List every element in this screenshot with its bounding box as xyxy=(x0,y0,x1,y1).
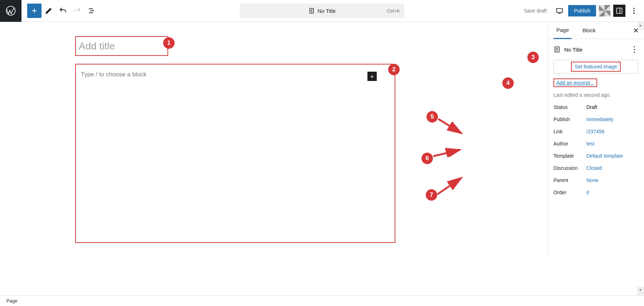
meta-value-publish[interactable]: Immediately xyxy=(586,116,613,122)
settings-sidebar: Page Block ✕ No Title ⋮ Set featured ima… xyxy=(547,22,644,258)
svg-point-5 xyxy=(633,10,635,11)
page-icon xyxy=(553,46,561,53)
wordpress-logo-icon[interactable] xyxy=(0,0,21,22)
meta-label: Discussion xyxy=(553,165,586,171)
meta-value-order[interactable]: 0 xyxy=(586,190,589,195)
add-block-button[interactable]: ＋ xyxy=(367,72,377,81)
meta-label: Publish xyxy=(553,116,586,122)
annotation-badge-7: 7 xyxy=(426,189,437,201)
annotation-badge-1: 1 xyxy=(163,37,175,49)
meta-row-status: StatusDraft xyxy=(553,104,638,110)
meta-label: Order xyxy=(553,190,586,195)
options-menu-button[interactable] xyxy=(627,4,641,18)
tab-page[interactable]: Page xyxy=(553,22,572,39)
last-edited-label: Last edited a second ago. xyxy=(553,92,638,98)
tab-block[interactable]: Block xyxy=(580,22,599,38)
scrollbar-up[interactable] xyxy=(638,22,644,30)
annotation-arrow-6 xyxy=(431,146,464,157)
featured-image-panel: Set featured image xyxy=(553,60,638,73)
editor-main: Add title Type / to choose a block ＋ Pag… xyxy=(0,22,644,258)
user-avatar[interactable] xyxy=(599,5,610,16)
svg-point-4 xyxy=(633,8,635,9)
annotation-badge-4: 4 xyxy=(502,77,514,89)
page-icon xyxy=(308,8,315,14)
meta-label: Template xyxy=(553,153,586,159)
annotation-badge-5: 5 xyxy=(426,111,438,123)
breadcrumb[interactable]: Page xyxy=(6,298,17,303)
command-bar[interactable]: No Title Ctrl+K xyxy=(240,4,404,18)
document-overview-button[interactable] xyxy=(84,4,99,18)
meta-label: Author xyxy=(553,141,586,147)
meta-row-discussion: DiscussionClosed xyxy=(553,165,638,171)
settings-sidebar-toggle[interactable] xyxy=(613,5,625,17)
meta-value-status[interactable]: Draft xyxy=(586,104,597,110)
meta-value-discussion[interactable]: Closed xyxy=(586,165,602,171)
meta-row-template: TemplateDefault template xyxy=(553,153,638,159)
post-content-area[interactable]: Type / to choose a block ＋ xyxy=(75,64,395,243)
publish-button[interactable]: Publish xyxy=(568,5,596,16)
meta-label: Parent xyxy=(553,177,586,183)
meta-row-publish: PublishImmediately xyxy=(553,116,638,122)
meta-value-parent[interactable]: None xyxy=(586,177,598,183)
save-draft-button[interactable]: Save draft xyxy=(519,5,551,16)
meta-row-parent: ParentNone xyxy=(553,177,638,183)
top-toolbar: No Title Ctrl+K Save draft Publish xyxy=(0,0,644,22)
annotation-badge-6: 6 xyxy=(421,153,433,164)
annotation-badge-3: 3 xyxy=(527,52,539,63)
meta-row-order: Order0 xyxy=(553,190,638,195)
meta-label: Link xyxy=(553,129,586,134)
command-shortcut: Ctrl+K xyxy=(387,8,400,14)
svg-rect-2 xyxy=(557,9,563,13)
content-placeholder: Type / to choose a block xyxy=(81,71,146,78)
sidebar-tabs: Page Block ✕ xyxy=(548,22,644,39)
meta-label: Status xyxy=(553,104,586,110)
redo-button[interactable] xyxy=(70,4,84,18)
editor-canvas: Add title Type / to choose a block ＋ xyxy=(0,22,547,258)
document-title: No Title xyxy=(318,8,336,14)
meta-value-author[interactable]: test xyxy=(586,141,595,147)
post-title-input[interactable]: Add title xyxy=(75,36,168,56)
breadcrumb-bar: Page xyxy=(0,295,644,306)
svg-point-0 xyxy=(6,6,15,15)
meta-row-link: Link/237456 xyxy=(553,129,638,134)
undo-button[interactable] xyxy=(56,4,70,18)
set-featured-image-button[interactable]: Set featured image xyxy=(571,62,620,72)
meta-row-author: Authortest xyxy=(553,141,638,147)
annotation-arrow-5 xyxy=(436,115,465,137)
svg-point-6 xyxy=(633,13,635,14)
meta-value-template[interactable]: Default template xyxy=(586,153,623,159)
scrollbar-down[interactable] xyxy=(638,287,644,295)
sidebar-document-title: No Title xyxy=(564,47,582,53)
view-preview-button[interactable] xyxy=(552,4,567,18)
block-inserter-button[interactable] xyxy=(27,4,42,18)
annotation-badge-2: 2 xyxy=(388,64,400,75)
add-excerpt-button[interactable]: Add an excerpt... xyxy=(553,78,597,87)
title-placeholder: Add title xyxy=(79,40,115,52)
meta-value-link[interactable]: /237456 xyxy=(586,129,605,134)
annotation-arrow-7 xyxy=(436,176,464,196)
svg-rect-3 xyxy=(617,8,622,14)
tools-button[interactable] xyxy=(42,4,56,18)
sidebar-actions-button[interactable]: ⋮ xyxy=(630,45,638,54)
